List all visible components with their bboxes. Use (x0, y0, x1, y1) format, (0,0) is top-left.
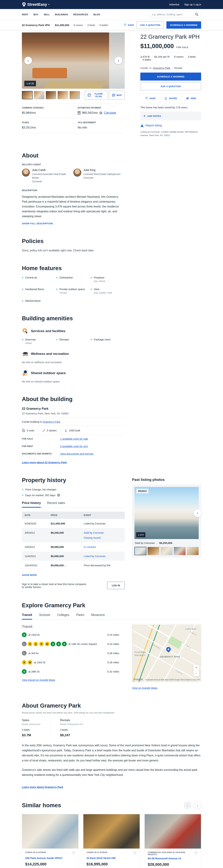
schedule-showing-button[interactable]: SCHEDULE A SHOWING (140, 72, 201, 81)
listed-by-link[interactable]: Listed by Corcoran (84, 555, 122, 558)
in-contract-link[interactable]: In contract (84, 546, 122, 549)
tab-transit[interactable]: Transit (22, 613, 32, 620)
policies-title: Policies (22, 238, 125, 244)
past-photo-main[interactable]: 3/5/2012 1 of 9 › (134, 487, 199, 539)
tab-price-history[interactable]: Price history (22, 501, 41, 507)
for-sale-row-label: FOR SALE (22, 437, 60, 440)
hide-button[interactable]: HIDE (181, 94, 201, 103)
past-photo-thumbnail[interactable] (174, 547, 186, 555)
map-icon (112, 94, 115, 97)
outdoor-title: Shared outdoor space (31, 371, 66, 375)
signup-login-link[interactable]: Sign up / Log in (184, 3, 201, 6)
common-charges-value: $5,964/mo (22, 111, 73, 115)
previous-photo-button[interactable]: ‹ (24, 57, 32, 64)
similar-home-card[interactable]: CONDO IN FLATIRON ♡ 240 Park Avenue Sout… (22, 814, 78, 868)
nav-sell[interactable]: SELL (44, 13, 50, 16)
photo-thumbnail[interactable] (22, 91, 33, 99)
past-photo-thumbnail[interactable] (160, 547, 172, 555)
past-photo-thumbnail[interactable] (148, 547, 159, 555)
search-icon[interactable] (195, 12, 199, 16)
nav-resources[interactable]: RESOURCES (73, 13, 88, 16)
zoom-in-button[interactable]: + (193, 665, 199, 671)
feature-item: FireplaceGas, Wood (91, 276, 125, 282)
summary-baths: 5 baths (99, 24, 108, 27)
property-history-section: Property history Price Change: No change… (22, 477, 201, 589)
listing-stats: 3,476 ft² $3,164 per ft² 8 rooms 3 beds … (140, 53, 201, 61)
show-full-description-link[interactable]: SHOW FULL DESCRIPTION (22, 222, 53, 225)
tab-recent-sales[interactable]: Recent sales (47, 501, 65, 507)
heart-icon[interactable]: ♡ (72, 851, 75, 855)
price-history-table: DATE PRICE EVENT 5/29/2025$11,000,000Lis… (22, 512, 125, 570)
similar-home-card[interactable]: CONDO IN FLATIRON ♡ 23 East 22nd Street … (83, 814, 140, 868)
past-photo-thumbnail[interactable] (187, 547, 199, 555)
learn-more-neighborhood-link[interactable]: Learn more about Gramercy Park (22, 785, 63, 788)
listing-by-text: Listing by Corcoran, Limited Liability B… (140, 130, 201, 137)
next-photo-button[interactable]: › (115, 57, 122, 64)
units-for-rent-link[interactable]: 0 available units for rent (60, 445, 88, 448)
ask-question-button[interactable]: ASK A QUESTION (136, 21, 164, 29)
about-building-section: About the building 22 Gramercy Park 22 G… (22, 396, 125, 464)
carousel-previous-button[interactable]: ‹ (184, 802, 191, 809)
tab-parks[interactable]: Parks (76, 613, 84, 620)
photo-thumbnail[interactable] (69, 91, 80, 99)
log-in-button[interactable]: LOG IN (107, 582, 125, 589)
info-icon[interactable]: i (99, 112, 102, 115)
similar-home-address[interactable]: 240 Park Avenue South #PH17 (25, 857, 75, 860)
show-more-link[interactable]: SHOW MORE (22, 574, 37, 576)
tab-colleges[interactable]: Colleges (57, 613, 69, 620)
neighborhood-link[interactable]: Gramercy Park (153, 66, 170, 69)
similar-home-tag: CONDO IN FLATIRON (87, 851, 107, 854)
learn-more-building-link[interactable]: Learn more about 22 Gramercy Park (22, 461, 67, 464)
photo-thumbnail[interactable] (34, 91, 44, 99)
view-on-google-maps-link[interactable]: View on Google Maps (132, 686, 157, 689)
similar-home-address[interactable]: 84-29 Roosevelt Avenue #1 (148, 857, 198, 860)
explore-section: Explore Gramercy Park Transit Schools Co… (22, 602, 201, 689)
past-photo-thumbnail[interactable] (134, 547, 147, 555)
subway-line-icon: 6 (22, 632, 27, 637)
ask-question-button[interactable]: ASK A QUESTION (140, 82, 201, 90)
amenity-item: Package room (91, 338, 125, 344)
building-neighborhood-link[interactable]: Gramercy Park (43, 420, 60, 423)
neighborhood-map[interactable]: KIPS BAY FLATIRON DISTRICT GRAMERCY PARK… (132, 625, 201, 682)
streeteasy-logo[interactable]: StreetEasy® (22, 2, 49, 7)
closing-record-link[interactable]: Closing record (84, 536, 122, 539)
listing-photo-main[interactable]: ‹ › 1 of 26 (22, 32, 125, 89)
nav-rent[interactable]: RENT (22, 13, 28, 16)
similar-home-tag: COMMERCIAL BUILDING IN JACKSON HEIGHTS (148, 851, 191, 856)
nav-buildings[interactable]: BUILDINGS (55, 13, 68, 16)
map-button[interactable]: MAP (109, 91, 125, 99)
info-icon[interactable]: i (57, 494, 60, 497)
tab-museums[interactable]: Museums (91, 613, 105, 620)
zoom-out-button[interactable]: − (193, 671, 199, 677)
schedule-showing-button[interactable]: SCHEDULE A SHOWING (166, 21, 201, 29)
photo-thumbnail[interactable] (46, 91, 56, 99)
column-date: DATE (22, 512, 48, 519)
heart-icon[interactable]: ♡ (133, 851, 136, 855)
table-row: 3/5/2012$9,250,000 Sold by CorcoranClosi… (22, 528, 125, 542)
similar-home-card[interactable]: COMMERCIAL BUILDING IN JACKSON HEIGHTS ♡… (145, 814, 201, 868)
table-row: 5/29/2025$11,000,000Listed by Corcoran (22, 519, 125, 528)
carousel-next-button[interactable]: › (193, 802, 201, 809)
nav-buy[interactable]: BUY (34, 13, 38, 16)
share-button[interactable]: SHARE (160, 94, 181, 103)
report-listing-link[interactable]: Report listing (140, 124, 201, 127)
tab-schools[interactable]: Schools (39, 613, 50, 620)
documents-link[interactable]: View documents and permits (60, 452, 93, 455)
similar-home-address[interactable]: 23 East 22nd Street #55 (87, 857, 136, 860)
calculate-link[interactable]: Calculate (104, 111, 116, 115)
photo-thumbnail[interactable] (58, 91, 68, 99)
advertise-link[interactable]: Advertise (169, 3, 179, 6)
heart-icon[interactable]: ♡ (194, 851, 198, 855)
save-button[interactable]: ♡SAVE (124, 24, 134, 27)
rental-prices-note: Rental prices shown are base rent before… (22, 711, 201, 714)
floor-plan-button[interactable]: FLOOR PLAN (85, 91, 108, 99)
add-notes-button[interactable]: + ADD NOTES (140, 112, 201, 121)
sold-by-link[interactable]: Sold by Corcoran (84, 531, 122, 534)
next-past-photo-button[interactable]: › (193, 509, 202, 517)
search-input[interactable] (149, 11, 201, 18)
units-for-sale-link[interactable]: 1 available units for sale (60, 437, 88, 440)
save-button[interactable]: ♡SAVE (140, 94, 160, 103)
nav-blog[interactable]: BLOG (93, 13, 100, 16)
floor-plan-icon (88, 94, 91, 97)
view-transit-link[interactable]: View transit on Google Maps (22, 678, 55, 681)
